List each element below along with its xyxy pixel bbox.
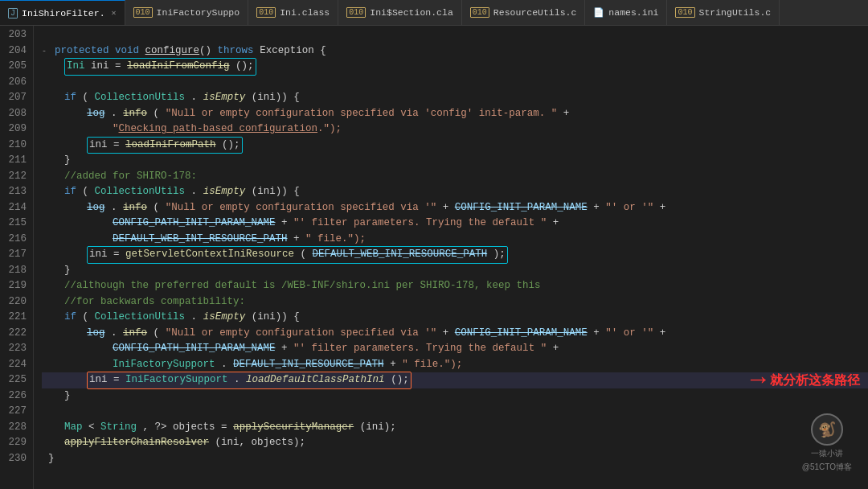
tab-stringutils[interactable]: 010 StringUtils.c [667, 0, 780, 25]
linenum-225: 225 [6, 372, 27, 388]
tab-icon-inifactory: 010 [133, 7, 153, 18]
code-205: Ini ini = loadIniFromConfig (); [64, 58, 256, 76]
linenum-221: 221 [6, 310, 27, 326]
code-207: if ( CollectionUtils . isEmpty (ini)) { [64, 90, 300, 106]
annotation-text: 就分析这条路径 [770, 372, 860, 388]
line-numbers: 203 204 205 206 207 208 209 210 211 212 … [0, 26, 34, 489]
code-line-211: } [42, 153, 868, 169]
tab-resourceutils[interactable]: 010 ResourceUtils.c [462, 0, 586, 25]
code-226: } [64, 388, 71, 405]
code-209: "Checking path-based configuration."); [113, 121, 342, 138]
watermark: 🐒 一猿小讲 @51CTO博客 [802, 413, 852, 473]
tab-label-resourceutils: ResourceUtils.c [493, 7, 577, 18]
code-line-203 [42, 27, 868, 43]
code-230: } [48, 451, 55, 467]
code-line-219: //although the preferred default is /WEB… [42, 278, 868, 294]
tab-iniclass[interactable]: 010 Ini.class [248, 0, 338, 25]
code-204: protected void configure() throws Except… [55, 43, 326, 60]
tab-close-inishiro[interactable]: ✕ [112, 8, 117, 18]
linenum-214: 214 [6, 200, 27, 216]
tab-namesini[interactable]: 📄 names.ini [585, 0, 667, 25]
code-line-217: ini = getServletContextIniResource ( DEF… [42, 247, 868, 263]
tab-icon-resourceutils: 010 [470, 7, 489, 18]
code-line-215: CONFIG_PATH_INIT_PARAM_NAME + "' filter … [42, 216, 868, 232]
linenum-230: 230 [6, 451, 27, 467]
watermark-logo: 🐒 [811, 413, 843, 446]
code-line-207: if ( CollectionUtils . isEmpty (ini)) { [42, 90, 868, 106]
tab-label-inisection: Ini$Section.cla [370, 7, 453, 18]
code-218: } [64, 263, 71, 279]
code-208: log . info ( "Null or empty configuratio… [87, 106, 569, 122]
linenum-227: 227 [6, 404, 27, 420]
linenum-223: 223 [6, 341, 27, 357]
code-213: if ( CollectionUtils . isEmpty (ini)) { [64, 184, 300, 200]
code-line-218: } [42, 263, 868, 279]
code-line-230: } [42, 451, 868, 467]
code-212: //added for SHIRO-178: [64, 169, 197, 185]
code-223: CONFIG_PATH_INIT_PARAM_NAME + "' filter … [113, 341, 559, 357]
linenum-219: 219 [6, 278, 27, 294]
code-line-221: if ( CollectionUtils . isEmpty (ini)) { [42, 310, 868, 326]
code-line-210: ini = loadIniFromPath (); [42, 138, 868, 154]
code-line-220: //for backwards compatibility: [42, 294, 868, 310]
editor-area: 203 204 205 206 207 208 209 210 211 212 … [0, 26, 868, 489]
tab-icon-inisection: 010 [346, 7, 366, 18]
tab-label-inifactory: IniFactorySuppo [157, 7, 240, 18]
linenum-218: 218 [6, 263, 27, 279]
orange-box-225: ini = IniFactorySupport . loadDefaultCla… [87, 372, 411, 389]
code-content: - protected void configure() throws Exce… [34, 26, 868, 489]
tab-inisection[interactable]: 010 Ini$Section.cla [338, 0, 462, 25]
tab-label-namesini: names.ini [608, 7, 658, 18]
code-211: } [64, 153, 71, 169]
code-line-227 [42, 404, 868, 420]
linenum-213: 213 [6, 184, 27, 200]
code-210: ini = loadIniFromPath (); [87, 137, 243, 154]
code-line-214: log . info ( "Null or empty configuratio… [42, 200, 868, 216]
linenum-211: 211 [6, 153, 27, 169]
linenum-208: 208 [6, 106, 27, 122]
linenum-216: 216 [6, 232, 27, 248]
code-214: log . info ( "Null or empty configuratio… [87, 200, 665, 216]
code-220: //for backwards compatibility: [64, 294, 245, 310]
tab-icon-iniclass: 010 [256, 7, 276, 18]
code-line-224: IniFactorySupport . DEFAULT_INI_RESOURCE… [42, 357, 868, 373]
linenum-210: 210 [6, 138, 27, 154]
code-216: DEFAULT_WEB_INT_RESOURCE_PATH + " file."… [113, 232, 366, 248]
app-window: J IniShiroFilter. ✕ 010 IniFactorySuppo … [0, 0, 868, 489]
code-219: //although the preferred default is /WEB… [64, 278, 541, 294]
fold-204: - [42, 43, 47, 60]
cyan-box-210: ini = loadIniFromPath (); [87, 137, 243, 154]
code-line-229: applyFilterChainResolver (ini, objects); [42, 435, 868, 451]
linenum-229: 229 [6, 435, 27, 451]
tab-icon-inishiro: J [8, 8, 18, 18]
code-line-213: if ( CollectionUtils . isEmpty (ini)) { [42, 184, 868, 200]
code-line-222: log . info ( "Null or empty configuratio… [42, 326, 868, 342]
code-228: Map < String , ?> objects = applySecurit… [64, 420, 396, 436]
code-225: ini = IniFactorySupport . loadDefaultCla… [87, 372, 411, 389]
linenum-209: 209 [6, 121, 27, 138]
linenum-220: 220 [6, 294, 27, 310]
tab-icon-stringutils: 010 [675, 7, 694, 18]
tab-icon-namesini: 📄 [593, 7, 604, 18]
code-line-204: - protected void configure() throws Exce… [42, 43, 868, 60]
code-line-228: Map < String , ?> objects = applySecurit… [42, 420, 868, 436]
code-217: ini = getServletContextIniResource ( DEF… [87, 246, 508, 264]
code-line-209: "Checking path-based configuration."); [42, 121, 868, 138]
code-line-216: DEFAULT_WEB_INT_RESOURCE_PATH + " file."… [42, 232, 868, 248]
code-229: applyFilterChainResolver (ini, objects); [64, 435, 305, 451]
tab-inifactorysuppo[interactable]: 010 IniFactorySuppo [125, 0, 249, 25]
tab-label-inishiro: IniShiroFilter. [22, 8, 105, 18]
tab-bar: J IniShiroFilter. ✕ 010 IniFactorySuppo … [0, 0, 868, 26]
tab-label-iniclass: Ini.class [280, 7, 330, 18]
code-line-223: CONFIG_PATH_INIT_PARAM_NAME + "' filter … [42, 341, 868, 357]
linenum-226: 226 [6, 388, 27, 405]
tab-inishirofilter[interactable]: J IniShiroFilter. ✕ [0, 0, 125, 25]
linenum-212: 212 [6, 169, 27, 185]
watermark-brand: 一猿小讲 [811, 448, 843, 459]
code-line-225: ini = IniFactorySupport . loadDefaultCla… [42, 372, 868, 388]
tab-label-stringutils: StringUtils.c [699, 7, 772, 18]
linenum-224: 224 [6, 357, 27, 373]
linenum-206: 206 [6, 75, 27, 91]
code-222: log . info ( "Null or empty configuratio… [87, 326, 665, 342]
cyan-box-217: ini = getServletContextIniResource ( DEF… [87, 246, 508, 264]
